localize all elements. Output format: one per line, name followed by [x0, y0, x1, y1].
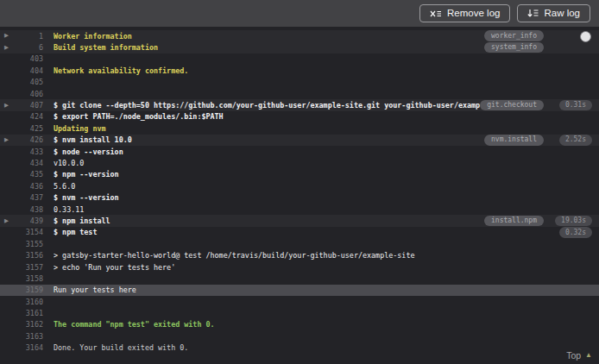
log-line: ▶ 437 $ nvm --version — [0, 191, 599, 203]
line-number[interactable]: 439 — [16, 217, 43, 225]
log-line: ▶ 3159 Run your tests here — [0, 285, 599, 296]
log-lines: ▶ 1 Worker information worker_info ▶ 6 B… — [0, 30, 599, 354]
line-number[interactable]: 3163 — [16, 332, 43, 341]
log-line: ▶ 3161 — [0, 307, 599, 318]
log-line: ▶ 435 $ npm --version — [0, 169, 599, 180]
line-number[interactable]: 3159 — [16, 286, 43, 294]
log-line: ▶ 426 $ nvm install 10.0 nvm.install 2.5… — [0, 135, 599, 146]
line-text: Updating nvm — [54, 124, 530, 133]
line-text: v10.0.0 — [54, 159, 530, 167]
fold-arrow-icon[interactable]: ▶ — [0, 218, 16, 224]
line-number[interactable]: 424 — [16, 112, 43, 121]
duration-badge: 0.32s — [559, 227, 592, 238]
log-line: ▶ 3162 The command "npm test" exited wit… — [0, 319, 599, 330]
line-number[interactable]: 405 — [16, 78, 43, 86]
fold-name-badge: nvm.install — [484, 135, 544, 146]
chevron-up-icon: ▲ — [585, 352, 592, 359]
build-log-view: Remove log Raw log ▶ 1 Worker informatio… — [0, 0, 599, 364]
line-number[interactable]: 406 — [16, 90, 43, 98]
line-text: Build system information — [54, 43, 484, 52]
line-number[interactable]: 434 — [16, 159, 43, 167]
line-text: > gatsby-starter-hello-world@ test /home… — [54, 251, 530, 260]
log-line: ▶ 3158 — [0, 273, 599, 284]
log-line: ▶ 406 — [0, 88, 599, 99]
duration-badge: 0.31s — [559, 100, 592, 111]
scrollbar-thumb[interactable] — [580, 31, 591, 42]
log-line: ▶ 434 v10.0.0 — [0, 157, 599, 168]
log-line: ▶ 438 0.33.11 — [0, 204, 599, 215]
log-line: ▶ 404 Network availability confirmed. — [0, 65, 599, 76]
fold-arrow-icon[interactable]: ▶ — [0, 45, 16, 51]
log-toolbar: Remove log Raw log — [0, 0, 599, 27]
line-text: $ export PATH=./node_modules/.bin:$PATH — [54, 112, 530, 121]
line-number[interactable]: 438 — [16, 205, 43, 214]
log-line: ▶ 1 Worker information worker_info — [0, 30, 599, 41]
line-number[interactable]: 425 — [16, 124, 43, 133]
scroll-to-top-link[interactable]: Top ▲ — [566, 350, 592, 361]
fold-name-badge: git.checkout — [480, 100, 544, 111]
line-text: $ npm --version — [54, 170, 530, 179]
duration-badge: 2.52s — [559, 135, 592, 146]
log-line: ▶ 3157 > echo 'Run your tests here' — [0, 261, 599, 273]
raw-log-icon — [527, 9, 539, 18]
log-line: ▶ 6 Build system information system_info — [0, 41, 599, 53]
line-number[interactable]: 6 — [16, 43, 43, 52]
fold-name-badge: system_info — [484, 42, 544, 53]
line-number[interactable]: 3161 — [16, 309, 43, 317]
line-number[interactable]: 433 — [16, 147, 43, 156]
line-text: $ nvm --version — [54, 193, 530, 202]
line-text: $ nvm install 10.0 — [54, 135, 484, 144]
remove-log-button[interactable]: Remove log — [419, 4, 510, 23]
line-text: $ node --version — [54, 147, 530, 156]
line-number[interactable]: 3160 — [16, 298, 43, 306]
log-line: ▶ 3154 $ npm test 0.32s — [0, 227, 599, 238]
line-text: $ npm test — [54, 228, 530, 236]
raw-log-button[interactable]: Raw log — [517, 4, 590, 23]
line-number[interactable]: 3162 — [16, 320, 43, 329]
fold-arrow-icon[interactable]: ▶ — [0, 137, 16, 143]
remove-log-label: Remove log — [447, 9, 500, 19]
line-text: > echo 'Run your tests here' — [54, 263, 530, 272]
log-line: ▶ 3160 — [0, 296, 599, 307]
line-number[interactable]: 3154 — [16, 228, 43, 236]
fold-arrow-icon[interactable]: ▶ — [0, 33, 16, 39]
line-number[interactable]: 3155 — [16, 240, 43, 248]
line-text: Network availability confirmed. — [54, 66, 530, 75]
line-number[interactable]: 1 — [16, 32, 43, 41]
line-number[interactable]: 426 — [16, 135, 43, 144]
log-panel: ▶ 1 Worker information worker_info ▶ 6 B… — [0, 27, 599, 364]
line-text: Run your tests here — [54, 286, 530, 294]
log-line: ▶ 436 5.6.0 — [0, 180, 599, 191]
log-line: ▶ 407 $ git clone --depth=50 https://git… — [0, 99, 599, 110]
log-line: ▶ 3163 — [0, 330, 599, 342]
line-text: 5.6.0 — [54, 182, 530, 191]
duration-badge: 19.03s — [555, 216, 592, 227]
line-number[interactable]: 404 — [16, 66, 43, 75]
fold-name-badge: worker_info — [484, 30, 544, 41]
log-line: ▶ 3164 Done. Your build exited with 0. — [0, 342, 599, 354]
remove-log-icon — [430, 9, 442, 18]
line-number[interactable]: 3158 — [16, 274, 43, 283]
top-link-label: Top — [566, 350, 581, 361]
line-number[interactable]: 3156 — [16, 251, 43, 260]
fold-arrow-icon[interactable]: ▶ — [0, 103, 16, 109]
line-text: The command "npm test" exited with 0. — [54, 320, 530, 329]
log-line: ▶ 433 $ node --version — [0, 146, 599, 157]
line-number[interactable]: 3164 — [16, 343, 43, 352]
line-number[interactable]: 436 — [16, 182, 43, 191]
log-line: ▶ 424 $ export PATH=./node_modules/.bin:… — [0, 111, 599, 122]
raw-log-label: Raw log — [544, 9, 580, 19]
line-text: Done. Your build exited with 0. — [54, 343, 530, 352]
line-text: 0.33.11 — [54, 205, 530, 214]
log-line: ▶ 3155 — [0, 238, 599, 249]
line-number[interactable]: 403 — [16, 54, 43, 63]
log-line: ▶ 3156 > gatsby-starter-hello-world@ tes… — [0, 249, 599, 260]
line-text: $ npm install — [54, 217, 484, 225]
line-number[interactable]: 407 — [16, 101, 43, 110]
log-line: ▶ 439 $ npm install install.npm 19.03s — [0, 215, 599, 226]
line-number[interactable]: 3157 — [16, 263, 43, 272]
line-text: Worker information — [54, 32, 484, 41]
fold-name-badge: install.npm — [484, 216, 544, 227]
line-number[interactable]: 437 — [16, 193, 43, 202]
line-number[interactable]: 435 — [16, 170, 43, 179]
